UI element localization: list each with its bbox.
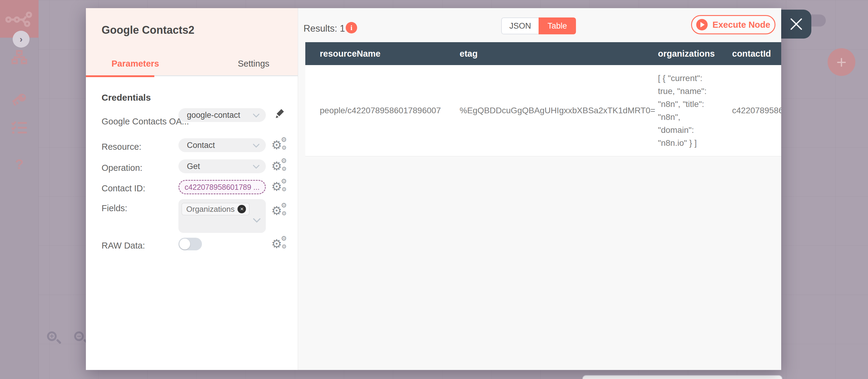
active-tab-underline <box>86 75 154 77</box>
sidebar-item-workflows[interactable] <box>0 50 38 64</box>
raw-data-label: RAW Data: <box>101 241 145 251</box>
view-switcher: JSON Table <box>501 18 576 34</box>
chevron-right-icon: › <box>20 34 23 44</box>
gears-icon: ⚙ <box>271 204 282 217</box>
execute-node-label: Execute Node <box>712 20 770 30</box>
column-header-etag: etag <box>449 49 647 59</box>
node-header: Google Contacts2 Parameters Settings <box>86 8 298 76</box>
info-icon[interactable]: i <box>346 22 357 33</box>
table-header-row: resourceName etag organizations contactI… <box>305 42 781 65</box>
chevron-down-icon <box>253 113 260 118</box>
play-icon <box>696 19 708 30</box>
n8n-logo-icon <box>5 10 33 27</box>
column-header-contactid: contactId <box>724 49 781 59</box>
credentials-heading: Credentials <box>101 93 151 103</box>
workflows-icon <box>11 50 27 64</box>
operation-options-button[interactable]: ⚙⚙⚙ <box>271 159 289 175</box>
tab-bar: Parameters Settings <box>86 56 298 76</box>
gears-icon: ⚙ <box>271 238 282 250</box>
raw-data-options-button[interactable]: ⚙⚙⚙ <box>271 237 289 252</box>
close-icon <box>789 17 803 31</box>
key-icon <box>12 93 27 108</box>
view-json-button[interactable]: JSON <box>501 18 538 34</box>
chevron-down-icon <box>253 164 260 169</box>
chevron-down-icon <box>253 144 260 148</box>
add-node-button[interactable]: + <box>828 48 855 76</box>
cell-organizations: [ { "current": true, "name": "n8n", "tit… <box>647 65 724 156</box>
tab-parameters[interactable]: Parameters <box>112 59 159 69</box>
node-detail-modal: Google Contacts2 Parameters Settings Cre… <box>86 8 781 370</box>
resource-select[interactable]: Contact <box>179 138 266 152</box>
sidebar-item-help[interactable]: ? <box>0 156 38 172</box>
bottom-panel-peek[interactable] <box>582 375 782 379</box>
fields-options-button[interactable]: ⚙⚙⚙ <box>271 204 289 219</box>
cell-contactid: c4220789586017896007 <box>724 65 781 156</box>
credential-select-value: google-contact <box>187 110 240 120</box>
column-header-organizations: organizations <box>647 49 724 59</box>
column-header-resourcename: resourceName <box>305 49 449 59</box>
main-sidebar: › <box>0 0 38 379</box>
table-row[interactable]: people/c4220789586017896007 %EgQBDDcuGgQ… <box>305 65 781 156</box>
chevron-down-icon <box>253 218 260 222</box>
n8n-editor: › <box>0 0 868 379</box>
fields-multiselect[interactable]: Organizations ✕ <box>179 199 266 233</box>
execute-node-button[interactable]: Execute Node <box>691 15 775 34</box>
checklist-icon <box>11 121 27 134</box>
fields-tag-label: Organizations <box>186 204 235 214</box>
zoom-out-icon: − <box>74 331 84 341</box>
zoom-in-icon: + <box>47 331 57 341</box>
resource-options-button[interactable]: ⚙⚙⚙ <box>271 138 289 153</box>
gears-icon: ⚙ <box>271 139 282 151</box>
resource-label: Resource: <box>101 142 141 152</box>
contact-id-label: Contact ID: <box>101 184 145 193</box>
operation-select-value: Get <box>187 162 200 171</box>
sidebar-item-credentials[interactable] <box>0 93 38 108</box>
plus-icon: + <box>836 53 846 71</box>
edit-credential-button[interactable] <box>274 109 286 121</box>
contact-id-input[interactable]: c422078958601789 ... <box>179 180 266 194</box>
node-title: Google Contacts2 <box>101 24 194 36</box>
view-table-button[interactable]: Table <box>538 18 576 34</box>
pencil-icon <box>274 109 285 120</box>
results-panel: Results: 1 i JSON Table Execute Node res… <box>298 8 781 370</box>
close-node-view-button[interactable] <box>781 10 811 38</box>
parameters-panel: Google Contacts2 Parameters Settings Cre… <box>86 8 298 370</box>
cell-resourcename: people/c4220789586017896007 <box>305 65 449 156</box>
resource-select-value: Contact <box>187 141 215 150</box>
results-count: Results: 1 <box>304 23 345 34</box>
operation-select[interactable]: Get <box>179 159 266 173</box>
results-table: resourceName etag organizations contactI… <box>305 42 781 156</box>
remove-tag-button[interactable]: ✕ <box>238 205 246 213</box>
sidebar-collapse-button[interactable]: › <box>13 31 30 48</box>
fields-label: Fields: <box>101 203 127 213</box>
sidebar-item-executions[interactable] <box>0 121 38 134</box>
contact-id-options-button[interactable]: ⚙⚙⚙ <box>271 180 289 195</box>
gears-icon: ⚙ <box>271 160 282 172</box>
question-mark-icon: ? <box>15 156 24 172</box>
fields-tag-organizations: Organizations ✕ <box>181 203 250 215</box>
tab-settings[interactable]: Settings <box>238 59 270 69</box>
credential-select[interactable]: google-contact <box>179 108 266 122</box>
cell-etag: %EgQBDDcuGgQBAgUHIgxxbXBSa2xTK1dMRT0= <box>449 65 647 156</box>
gears-icon: ⚙ <box>271 181 282 192</box>
zoom-in-button[interactable]: + <box>47 331 62 346</box>
raw-data-toggle[interactable] <box>179 238 202 250</box>
operation-label: Operation: <box>101 163 142 173</box>
credential-label: Google Contacts OA... <box>101 117 189 127</box>
contact-id-value: c422078958601789 ... <box>185 183 260 192</box>
